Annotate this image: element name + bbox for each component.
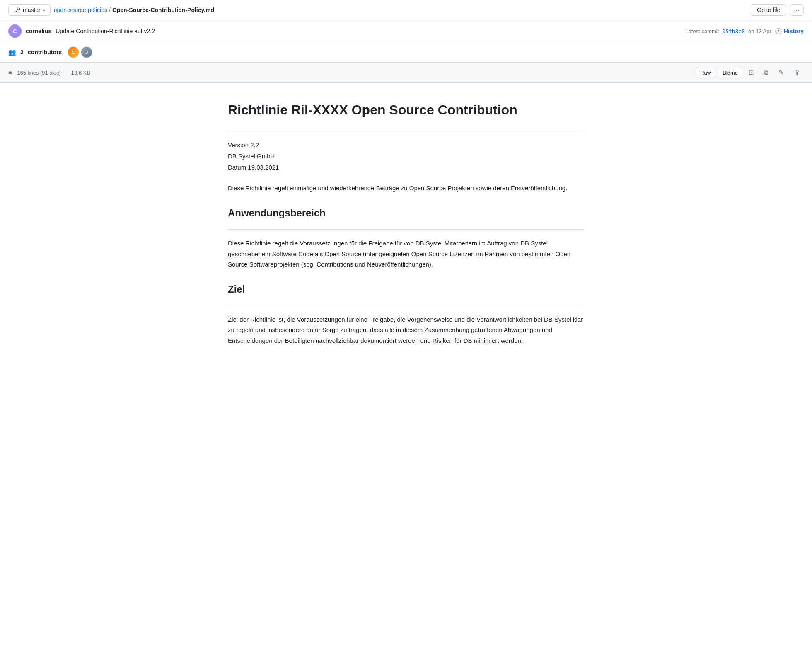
copy-button[interactable]: ⧉ [760, 67, 772, 78]
commit-right: Latest commit 05fb8c8 on 13 Apr 🕐 Histor… [685, 28, 804, 34]
contributors-count: 2 [20, 49, 24, 56]
section-title-0: Anwendungsbereich [228, 205, 584, 221]
go-to-file-button[interactable]: Go to file [751, 4, 786, 16]
commit-date: on 13 Apr [748, 28, 771, 34]
blame-button[interactable]: Blame [718, 68, 742, 78]
file-content: Richtlinie Ril-XXXX Open Source Contribu… [203, 83, 609, 371]
file-info-bar: ≡ 165 lines (91 sloc) 13.6 KB Raw Blame … [0, 63, 812, 83]
document-meta: Version 2.2 DB Systel GmbH Datum 19.03.2… [228, 139, 584, 173]
history-icon: 🕐 [775, 28, 782, 34]
doc-date: Datum 19.03.2021 [228, 162, 584, 173]
lines-icon: ≡ [8, 69, 12, 76]
section-title-1: Ziel [228, 281, 584, 297]
edit-button[interactable]: ✎ [775, 67, 788, 78]
divider-2 [228, 229, 584, 230]
file-info-left: ≡ 165 lines (91 sloc) 13.6 KB [8, 69, 90, 76]
contributor-avatar-2[interactable]: J [81, 46, 92, 58]
doc-company: DB Systel GmbH [228, 150, 584, 162]
commit-left: C cornelius Update Contribution-Richtlin… [8, 24, 155, 38]
breadcrumb: open-source-policies / Open-Source-Contr… [54, 7, 214, 13]
top-bar-right: Go to file ··· [751, 4, 804, 16]
doc-version: Version 2.2 [228, 139, 584, 150]
doc-intro: Diese Richtlinie regelt einmalige und wi… [228, 183, 584, 194]
commit-hash[interactable]: 05fb8c8 [722, 28, 745, 34]
branch-icon: ⎇ [14, 7, 20, 13]
contributor-avatars: C J [68, 46, 92, 58]
document-title: Richtlinie Ril-XXXX Open Source Contribu… [228, 99, 584, 121]
breadcrumb-link[interactable]: open-source-policies [54, 7, 107, 13]
breadcrumb-current: Open-Source-Contribution-Policy.md [112, 7, 214, 13]
history-link[interactable]: 🕐 History [775, 28, 804, 34]
divider-3 [228, 306, 584, 306]
raw-button[interactable]: Raw [696, 68, 715, 78]
delete-button[interactable]: 🗑 [790, 67, 804, 78]
history-label: History [784, 28, 804, 34]
top-bar: ⎇ master ▾ open-source-policies / Open-S… [0, 0, 812, 20]
contributors-bar: 👥 2 contributors C J [0, 42, 812, 63]
branch-button[interactable]: ⎇ master ▾ [8, 4, 51, 16]
contributors-icon: 👥 [8, 49, 16, 56]
file-stats: 165 lines (91 sloc) [17, 70, 61, 76]
file-info-right: Raw Blame ⊡ ⧉ ✎ 🗑 [696, 67, 804, 78]
divider-1 [228, 131, 584, 131]
display-icon-button[interactable]: ⊡ [745, 67, 758, 78]
avatar: C [8, 24, 22, 38]
document-body: Diese Richtlinie regelt einmalige und wi… [228, 183, 584, 346]
chevron-down-icon: ▾ [43, 8, 45, 12]
top-bar-left: ⎇ master ▾ open-source-policies / Open-S… [8, 4, 214, 16]
section-content-0: Diese Richtlinie regelt die Voraussetzun… [228, 238, 584, 270]
commit-author[interactable]: cornelius [26, 28, 51, 34]
more-options-button[interactable]: ··· [790, 4, 804, 16]
branch-label: master [23, 7, 41, 13]
contributors-label: contributors [28, 49, 62, 56]
file-size: 13.6 KB [66, 70, 90, 76]
commit-bar: C cornelius Update Contribution-Richtlin… [0, 20, 812, 42]
breadcrumb-separator: / [109, 7, 111, 13]
contributor-avatar-1[interactable]: C [68, 46, 79, 58]
section-content-1: Ziel der Richtlinie ist, die Voraussetzu… [228, 314, 584, 346]
latest-commit-label: Latest commit [685, 28, 719, 34]
commit-message: Update Contribution-Richtlinie auf v2.2 [56, 28, 155, 34]
